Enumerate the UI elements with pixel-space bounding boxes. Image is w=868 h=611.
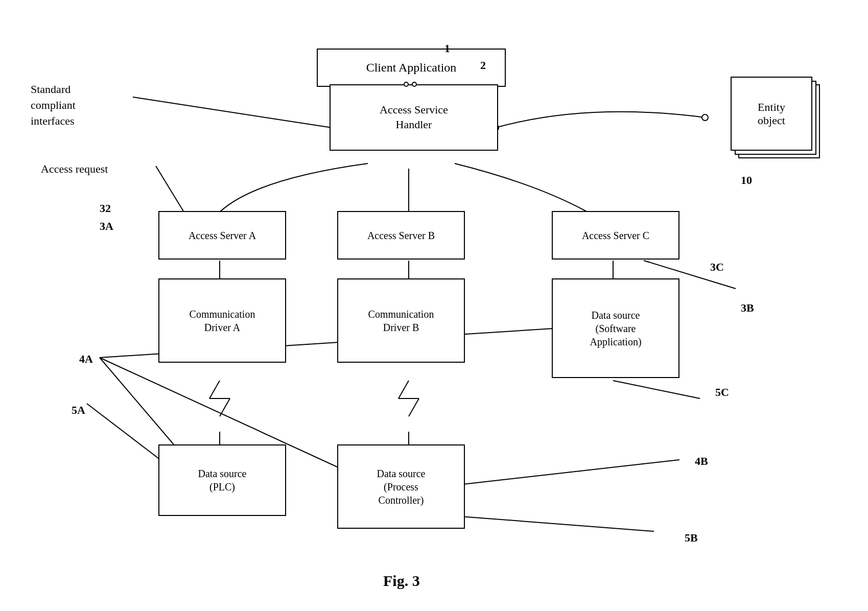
number-2: 2 bbox=[480, 59, 486, 72]
svg-point-3 bbox=[702, 114, 708, 121]
figure-label: Fig. 3 bbox=[383, 572, 420, 590]
access-server-a-label: Access Server A bbox=[189, 229, 256, 242]
data-source-process-box: Data source(ProcessController) bbox=[337, 444, 465, 529]
svg-line-12 bbox=[398, 381, 409, 398]
access-request-label: Access request bbox=[41, 162, 108, 176]
number-10: 10 bbox=[741, 174, 752, 187]
number-4b: 4B bbox=[695, 455, 708, 468]
access-server-b-box: Access Server B bbox=[337, 211, 465, 260]
svg-line-17 bbox=[156, 166, 184, 212]
access-service-handler-box: Access ServiceHandler bbox=[330, 84, 498, 151]
comm-driver-b-label: CommunicationDriver B bbox=[368, 308, 434, 334]
svg-line-8 bbox=[209, 381, 220, 398]
comm-driver-b-box: CommunicationDriver B bbox=[337, 278, 465, 363]
data-source-process-label: Data source(ProcessController) bbox=[377, 467, 426, 507]
client-application-label: Client Application bbox=[366, 60, 457, 76]
number-5c: 5C bbox=[715, 386, 729, 399]
number-1: 1 bbox=[444, 42, 450, 55]
svg-line-18 bbox=[100, 358, 174, 444]
number-32: 32 bbox=[100, 202, 111, 215]
access-server-a-box: Access Server A bbox=[158, 211, 286, 260]
standard-interfaces-label: Standardcompliantinterfaces bbox=[31, 82, 76, 129]
diagram: Client Application Access ServiceHandler… bbox=[0, 0, 868, 611]
data-source-software-label: Data source(SoftwareApplication) bbox=[590, 309, 641, 348]
comm-driver-a-box: CommunicationDriver A bbox=[158, 278, 286, 363]
number-5a: 5A bbox=[72, 404, 85, 417]
comm-driver-a-label: CommunicationDriver A bbox=[190, 308, 255, 334]
data-source-plc-box: Data source(PLC) bbox=[158, 444, 286, 516]
access-server-c-box: Access Server C bbox=[552, 211, 679, 260]
connector-circles bbox=[404, 82, 417, 87]
svg-line-16 bbox=[133, 97, 332, 128]
data-source-software-box: Data source(SoftwareApplication) bbox=[552, 278, 679, 378]
entity-object-label: Entityobject bbox=[758, 101, 785, 127]
number-5b: 5B bbox=[685, 531, 698, 545]
access-server-c-label: Access Server C bbox=[582, 229, 649, 242]
number-3b: 3B bbox=[741, 301, 754, 315]
entity-object-stack: Entityobject bbox=[731, 77, 820, 169]
number-3a: 3A bbox=[100, 220, 113, 233]
data-source-plc-label: Data source(PLC) bbox=[198, 467, 247, 494]
svg-line-14 bbox=[409, 398, 419, 416]
access-service-handler-label: Access ServiceHandler bbox=[380, 103, 448, 132]
number-3c: 3C bbox=[710, 261, 724, 274]
client-application-box: Client Application bbox=[317, 49, 506, 87]
number-4a: 4A bbox=[79, 353, 93, 366]
svg-line-24 bbox=[613, 381, 700, 398]
svg-line-10 bbox=[220, 398, 230, 416]
access-server-b-label: Access Server B bbox=[367, 229, 435, 242]
